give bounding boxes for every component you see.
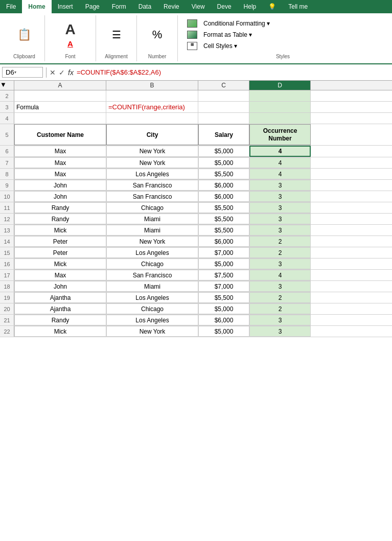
cell-a9[interactable]: John: [14, 180, 106, 191]
cell-b19[interactable]: Los Angeles: [106, 292, 198, 303]
tab-developer[interactable]: Deve: [211, 0, 238, 13]
cell-b2[interactable]: [106, 90, 198, 101]
col-header-d[interactable]: D: [249, 81, 311, 90]
cell-c18[interactable]: $7,000: [198, 281, 249, 292]
cell-b20[interactable]: Chicago: [106, 303, 198, 314]
tab-page[interactable]: Page: [79, 0, 106, 13]
cell-d8[interactable]: 4: [249, 169, 311, 179]
cell-c15[interactable]: $7,000: [198, 247, 249, 258]
font-icon[interactable]: A: [61, 20, 80, 39]
cell-a13[interactable]: Mick: [14, 225, 106, 236]
cell-d3[interactable]: [249, 102, 311, 112]
cell-d20[interactable]: 2: [249, 303, 311, 314]
cell-b14[interactable]: New York: [106, 236, 198, 247]
cell-d5-header[interactable]: Occurrence Number: [249, 124, 311, 145]
cell-c2[interactable]: [198, 90, 249, 101]
cell-d14[interactable]: 2: [249, 236, 311, 247]
conditional-formatting-button[interactable]: Conditional Formatting ▾: [184, 18, 382, 29]
cell-b21[interactable]: Los Angeles: [106, 315, 198, 325]
cell-b3[interactable]: =COUNTIF(range,criteria): [106, 102, 198, 112]
cell-c14[interactable]: $6,000: [198, 236, 249, 247]
cell-d19[interactable]: 2: [249, 292, 311, 303]
cell-b15[interactable]: Los Angeles: [106, 247, 198, 258]
cell-a7[interactable]: Max: [14, 157, 106, 168]
cell-d13[interactable]: 3: [249, 225, 311, 236]
cell-b9[interactable]: San Francisco: [106, 180, 198, 191]
cell-a19[interactable]: Ajantha: [14, 292, 106, 303]
cell-d11[interactable]: 3: [249, 202, 311, 213]
cell-c17[interactable]: $7,500: [198, 270, 249, 280]
number-icon[interactable]: %: [148, 26, 167, 44]
cell-b6[interactable]: New York: [106, 146, 198, 157]
format-as-table-button[interactable]: Format as Table ▾: [184, 29, 382, 40]
cancel-formula-icon[interactable]: ✕: [50, 68, 56, 77]
cell-styles-button[interactable]: ▦ Cell Styles ▾: [184, 40, 382, 52]
cell-c13[interactable]: $5,500: [198, 225, 249, 236]
cell-b13[interactable]: Miami: [106, 225, 198, 236]
cell-c19[interactable]: $5,500: [198, 292, 249, 303]
cell-b4[interactable]: [106, 113, 198, 124]
cell-d16[interactable]: 3: [249, 258, 311, 269]
cell-d2[interactable]: [249, 90, 311, 101]
confirm-formula-icon[interactable]: ✓: [59, 68, 65, 77]
cell-d21[interactable]: 3: [249, 315, 311, 325]
tab-form[interactable]: Form: [106, 0, 132, 13]
cell-a14[interactable]: Peter: [14, 236, 106, 247]
cell-d18[interactable]: 3: [249, 281, 311, 292]
cell-b11[interactable]: Chicago: [106, 202, 198, 213]
cell-c21[interactable]: $6,000: [198, 315, 249, 325]
cell-d4[interactable]: [249, 113, 311, 124]
cell-b12[interactable]: Miami: [106, 214, 198, 224]
tab-file[interactable]: File: [0, 0, 22, 13]
cell-c9[interactable]: $6,000: [198, 180, 249, 191]
col-header-c[interactable]: C: [198, 81, 249, 90]
cell-a6[interactable]: Max: [14, 146, 106, 157]
name-box-chevron[interactable]: ▾: [14, 70, 16, 75]
cell-d22[interactable]: 3: [249, 326, 311, 337]
cell-b16[interactable]: Chicago: [106, 258, 198, 269]
clipboard-icon[interactable]: 📋: [15, 26, 34, 44]
cell-b7[interactable]: New York: [106, 157, 198, 168]
cell-d9[interactable]: 3: [249, 180, 311, 191]
cell-a11[interactable]: Randy: [14, 202, 106, 213]
cell-c11[interactable]: $5,500: [198, 202, 249, 213]
cell-a10[interactable]: John: [14, 191, 106, 202]
tab-data[interactable]: Data: [132, 0, 157, 13]
cell-c8[interactable]: $5,500: [198, 169, 249, 179]
formula-input[interactable]: [77, 68, 390, 76]
cell-c12[interactable]: $5,500: [198, 214, 249, 224]
cell-a18[interactable]: John: [14, 281, 106, 292]
tab-lightbulb[interactable]: 💡: [262, 0, 282, 13]
cell-c22[interactable]: $5,000: [198, 326, 249, 337]
cell-a17[interactable]: Max: [14, 270, 106, 280]
tab-home[interactable]: Home: [22, 0, 51, 13]
tab-insert[interactable]: Insert: [52, 0, 79, 13]
cell-a5-header[interactable]: Customer Name: [14, 124, 106, 145]
cell-d7[interactable]: 4: [249, 157, 311, 168]
tab-tell-me[interactable]: Tell me: [282, 0, 314, 13]
cell-c5-header[interactable]: Salary: [198, 124, 249, 145]
cell-c10[interactable]: $6,000: [198, 191, 249, 202]
cell-a12[interactable]: Randy: [14, 214, 106, 224]
cell-a2[interactable]: [14, 90, 106, 101]
tab-review[interactable]: Revie: [157, 0, 186, 13]
cell-a21[interactable]: Randy: [14, 315, 106, 325]
name-box[interactable]: D6 ▾: [2, 67, 43, 78]
col-header-b[interactable]: B: [106, 81, 198, 90]
cell-b5-header[interactable]: City: [106, 124, 198, 145]
cell-c4[interactable]: [198, 113, 249, 124]
col-header-a[interactable]: A: [14, 81, 106, 90]
alignment-icon[interactable]: ☰: [107, 26, 126, 44]
cell-b22[interactable]: New York: [106, 326, 198, 337]
cell-d10[interactable]: 3: [249, 191, 311, 202]
cell-b18[interactable]: Miami: [106, 281, 198, 292]
tab-view[interactable]: View: [186, 0, 211, 13]
font-underline-icon[interactable]: A: [65, 39, 76, 49]
tab-help[interactable]: Help: [238, 0, 263, 13]
cell-b8[interactable]: Los Angeles: [106, 169, 198, 179]
cell-a16[interactable]: Mick: [14, 258, 106, 269]
cell-a22[interactable]: Mick: [14, 326, 106, 337]
cell-c16[interactable]: $5,000: [198, 258, 249, 269]
cell-a15[interactable]: Peter: [14, 247, 106, 258]
cell-c7[interactable]: $5,000: [198, 157, 249, 168]
